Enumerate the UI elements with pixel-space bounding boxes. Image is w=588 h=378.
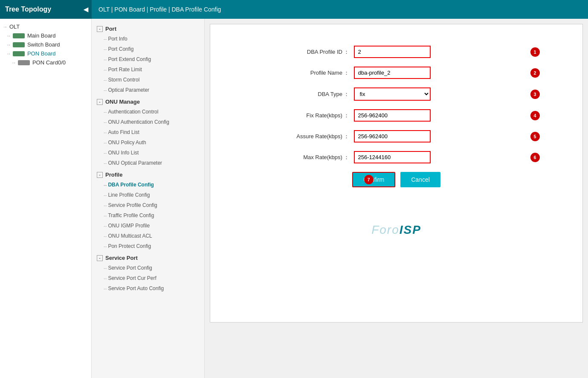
select-dba-type[interactable]: fix assure max assure+fix assure+max: [354, 87, 431, 101]
nav-section-port[interactable]: - Port: [92, 22, 204, 34]
nav-item-service-port-cur-perf[interactable]: Service Port Cur Perf: [92, 273, 204, 283]
nav-section-onu-manage[interactable]: - ONU Manage: [92, 95, 204, 107]
step-badge-2: 2: [530, 68, 540, 78]
nav-item-onu-authentication-config[interactable]: ONU Authentication Config: [92, 117, 204, 127]
nav-section-label: Port: [105, 26, 116, 32]
form-row-max-rate: Max Rate(kbps) ： 6: [269, 151, 524, 163]
nav-item-onu-optical-parameter[interactable]: ONU Optical Parameter: [92, 158, 204, 168]
device-icon: [18, 60, 30, 65]
step-badge-5: 5: [530, 132, 540, 141]
label-dba-profile-id: DBA Profile ID ：: [269, 48, 354, 56]
collapse-icon[interactable]: -: [97, 99, 103, 105]
tree-label: PON Card0/0: [32, 59, 66, 66]
watermark: ForoISP: [371, 223, 421, 237]
form-row-dba-profile-id: DBA Profile ID ： 1: [269, 46, 524, 58]
input-max-rate[interactable]: [354, 151, 431, 163]
nav-section-profile[interactable]: - Profile: [92, 168, 204, 180]
tree-label: Main Board: [27, 32, 55, 39]
dba-profile-form: DBA Profile ID ： 1 Profile Name ： 2 DBA …: [269, 46, 524, 187]
nav-item-onu-info-list[interactable]: ONU Info List: [92, 148, 204, 158]
form-row-assure-rate: Assure Rate(kbps) ： 5: [269, 130, 524, 142]
nav-sidebar: - Port Port Info Port Config Port Extend…: [92, 19, 205, 378]
input-fix-rate[interactable]: [354, 109, 431, 122]
nav-item-pon-protect-config[interactable]: Pon Protect Config: [92, 241, 204, 251]
step-badge-6: 6: [530, 153, 540, 162]
tree-item-olt[interactable]: ·- OLT: [0, 22, 91, 31]
label-dba-type: DBA Type ：: [269, 90, 354, 98]
tree-label: PON Board: [27, 50, 55, 57]
step-badge-3: 3: [530, 90, 540, 99]
tree-sidebar: ·- OLT ·- Main Board ·- Switch Board ·- …: [0, 19, 92, 378]
step-badge-7: 7: [364, 175, 374, 184]
step-badge-1: 1: [530, 47, 540, 57]
breadcrumb: OLT | PON Board | Profile | DBA Profile …: [92, 6, 228, 13]
form-row-dba-type: DBA Type ： fix assure max assure+fix ass…: [269, 87, 524, 101]
nav-item-port-info[interactable]: Port Info: [92, 34, 204, 44]
tree-item-main-board[interactable]: ·- Main Board: [0, 31, 91, 40]
nav-item-port-extend-config[interactable]: Port Extend Config: [92, 54, 204, 64]
nav-item-dba-profile-config[interactable]: DBA Profile Config: [92, 180, 204, 190]
device-icon: [13, 33, 25, 38]
cancel-button[interactable]: Cancel: [400, 172, 440, 187]
tree-label: Switch Board: [27, 41, 60, 48]
nav-item-onu-igmp-profile[interactable]: ONU IGMP Profile: [92, 221, 204, 231]
label-max-rate: Max Rate(kbps) ：: [269, 154, 354, 161]
content-panel: DBA Profile ID ： 1 Profile Name ： 2 DBA …: [210, 24, 583, 323]
app-title: Tree Topology: [0, 0, 92, 19]
nav-item-onu-multicast-acl[interactable]: ONU Multicast ACL: [92, 231, 204, 241]
nav-item-authentication-control[interactable]: Authentication Control: [92, 107, 204, 117]
nav-item-traffic-profile-config[interactable]: Traffic Profile Config: [92, 210, 204, 221]
tree-label: OLT: [9, 23, 20, 30]
tree-item-pon-card[interactable]: ·- PON Card0/0: [0, 58, 91, 67]
label-profile-name: Profile Name ：: [269, 69, 354, 77]
device-icon: [13, 51, 25, 56]
collapse-icon[interactable]: -: [97, 255, 103, 261]
nav-item-port-config[interactable]: Port Config: [92, 44, 204, 54]
nav-item-optical-parameter[interactable]: Optical Parameter: [92, 85, 204, 95]
input-profile-name[interactable]: [354, 67, 431, 79]
form-button-row: Confirm Cancel 7: [269, 172, 524, 187]
label-assure-rate: Assure Rate(kbps) ：: [269, 133, 354, 140]
nav-item-onu-policy-auth[interactable]: ONU Policy Auth: [92, 137, 204, 148]
collapse-icon[interactable]: -: [97, 26, 103, 32]
label-fix-rate: Fix Rate(kbps) ：: [269, 112, 354, 119]
nav-section-service-port[interactable]: - Service Port: [92, 251, 204, 263]
nav-item-service-profile-config[interactable]: Service Profile Config: [92, 200, 204, 210]
input-assure-rate[interactable]: [354, 130, 431, 142]
form-row-fix-rate: Fix Rate(kbps) ： 4: [269, 109, 524, 122]
step-badge-4: 4: [530, 111, 540, 120]
confirm-button[interactable]: Confirm: [352, 172, 395, 187]
nav-section-label: Profile: [105, 172, 122, 178]
nav-item-port-rate-limit[interactable]: Port Rate Limit: [92, 64, 204, 75]
title-text: Tree Topology: [5, 6, 51, 13]
nav-section-label: Service Port: [105, 255, 138, 261]
nav-item-service-port-config[interactable]: Service Port Config: [92, 263, 204, 273]
nav-item-service-port-auto-config[interactable]: Service Port Auto Config: [92, 283, 204, 294]
tree-item-pon-board[interactable]: ·- PON Board: [0, 49, 91, 58]
tree-item-switch-board[interactable]: ·- Switch Board: [0, 40, 91, 49]
nav-item-storm-control[interactable]: Storm Control: [92, 75, 204, 85]
nav-item-auto-find-list[interactable]: Auto Find List: [92, 127, 204, 137]
input-dba-profile-id[interactable]: [354, 46, 431, 58]
collapse-icon[interactable]: -: [97, 172, 103, 178]
content-area: DBA Profile ID ： 1 Profile Name ： 2 DBA …: [205, 19, 588, 378]
device-icon: [13, 42, 25, 47]
nav-section-label: ONU Manage: [105, 99, 140, 105]
form-row-profile-name: Profile Name ： 2: [269, 67, 524, 79]
nav-item-line-profile-config[interactable]: Line Profile Config: [92, 190, 204, 200]
